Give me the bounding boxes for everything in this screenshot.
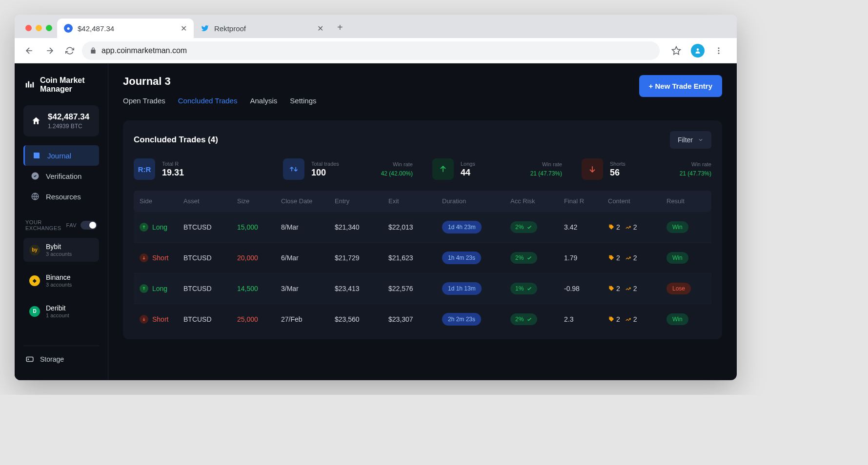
chart-icon: 2: [625, 223, 637, 231]
cell-asset: BTCUSD: [183, 254, 237, 262]
cell-close-date: 3/Mar: [281, 285, 335, 292]
browser-tab[interactable]: Rektproof ✕: [194, 19, 330, 38]
table-row[interactable]: Short BTCUSD 25,000 27/Feb $23,560 $23,3…: [134, 304, 711, 334]
tab-concluded-trades[interactable]: Concluded Trades: [178, 97, 238, 108]
exchange-binance[interactable]: ◆ Binance 3 accounts: [23, 269, 99, 292]
filter-button[interactable]: Filter: [670, 131, 711, 149]
cell-entry: $23,560: [335, 315, 388, 323]
stat-longs: Longs 44 Win rate 21 (47.73%): [432, 158, 562, 180]
cell-result: Lose: [666, 283, 706, 294]
cell-exit: $23,307: [388, 315, 442, 323]
brand-line2: Manager: [40, 85, 85, 94]
cell-close-date: 8/Mar: [281, 223, 335, 231]
cell-close-date: 6/Mar: [281, 254, 335, 262]
new-trade-entry-button[interactable]: + New Trade Entry: [639, 75, 722, 97]
exchanges-section-header: YOUR EXCHANGES FAV: [23, 219, 99, 231]
sidebar-item-resources[interactable]: Resources: [23, 186, 99, 207]
tab-open-trades[interactable]: Open Trades: [123, 97, 165, 108]
exchange-sub: 3 accounts: [46, 282, 72, 288]
cell-content: 2 2: [608, 285, 666, 292]
svg-rect-8: [33, 82, 34, 88]
balance-card[interactable]: $42,487.34 1.24939 BTC: [23, 105, 99, 136]
cell-duration: 1d 4h 23m: [442, 221, 510, 233]
kebab-menu-icon[interactable]: [711, 43, 726, 58]
exchange-name: Binance: [46, 273, 72, 281]
brand-line1: Coin Market: [40, 76, 85, 85]
tab-favicon-twitter: [201, 24, 209, 33]
tab-settings[interactable]: Settings: [290, 97, 316, 108]
forward-button[interactable]: [42, 43, 58, 58]
svg-point-12: [28, 359, 29, 360]
tag-icon: 2: [608, 285, 620, 292]
exchange-bybit[interactable]: by Bybit 3 accounts: [23, 238, 99, 262]
new-tab-button[interactable]: +: [330, 22, 350, 38]
cell-result: Win: [666, 313, 706, 325]
toolbar-right: [665, 43, 730, 58]
stat-total-r: R:R Total R 19.31: [134, 158, 263, 180]
browser-tab-active[interactable]: ● $42,487.34 ✕: [57, 19, 194, 38]
col-result: Result: [666, 197, 706, 205]
panel-title: Concluded Trades (4): [134, 135, 218, 145]
stat-label: Longs: [461, 161, 475, 167]
sidebar-nav: Journal Verification Resources: [23, 145, 99, 207]
home-icon: [31, 116, 41, 126]
svg-point-4: [718, 52, 720, 54]
reload-button[interactable]: [62, 43, 77, 58]
stat-value: 100: [311, 168, 339, 178]
sidebar: Coin Market Manager $42,487.34 1.24939 B…: [15, 63, 108, 380]
col-close-date: Close Date: [281, 197, 335, 205]
stat-shorts: Shorts 56 Win rate 21 (47.73%): [582, 158, 711, 180]
bookmark-star-icon[interactable]: [668, 43, 684, 58]
svg-marker-0: [672, 46, 681, 54]
cell-close-date: 27/Feb: [281, 315, 335, 323]
cell-final-r: -0.98: [564, 285, 608, 292]
maximize-window-button[interactable]: [46, 25, 52, 31]
table-row[interactable]: Long BTCUSD 15,000 8/Mar $21,340 $22,013…: [134, 212, 711, 242]
col-size: Size: [237, 197, 281, 205]
sidebar-item-verification[interactable]: Verification: [23, 166, 99, 186]
arrow-down-icon: [582, 158, 603, 180]
side-label: Short: [152, 254, 168, 262]
stat-total-trades: Total trades 100 Win rate 42 (42.00%): [283, 158, 413, 180]
tab-analysis[interactable]: Analysis: [250, 97, 277, 108]
cell-side: Long: [140, 284, 183, 293]
stat-value: 19.31: [162, 168, 184, 178]
cell-side: Short: [140, 253, 183, 262]
side-arrow-icon: [140, 315, 148, 324]
col-asset: Asset: [183, 197, 237, 205]
binance-icon: ◆: [29, 275, 40, 286]
chart-icon: 2: [625, 254, 637, 262]
main-content: Journal 3 Open Trades Concluded Trades A…: [108, 63, 737, 380]
profile-avatar[interactable]: [691, 44, 705, 58]
svg-point-2: [718, 47, 720, 49]
filter-label: Filter: [678, 136, 693, 144]
panel-header: Concluded Trades (4) Filter: [134, 131, 711, 149]
cell-asset: BTCUSD: [183, 315, 237, 323]
cell-asset: BTCUSD: [183, 223, 237, 231]
chart-icon: 2: [625, 285, 637, 292]
cell-size: 25,000: [237, 315, 281, 323]
close-tab-icon[interactable]: ✕: [181, 24, 187, 33]
stat-label: Shorts: [610, 161, 626, 167]
exchange-deribit[interactable]: D Deribit 1 account: [23, 299, 99, 323]
browser-tabs: ● $42,487.34 ✕ Rektproof ✕ +: [57, 19, 350, 38]
close-tab-icon[interactable]: ✕: [317, 24, 323, 33]
table-row[interactable]: Short BTCUSD 20,000 6/Mar $21,729 $21,62…: [134, 242, 711, 273]
cell-content: 2 2: [608, 315, 666, 323]
sidebar-item-journal[interactable]: Journal: [23, 145, 99, 166]
cell-size: 15,000: [237, 223, 281, 231]
cell-exit: $22,576: [388, 285, 442, 292]
close-window-button[interactable]: [25, 25, 32, 31]
stat-value: 44: [461, 168, 475, 178]
fav-toggle[interactable]: [81, 221, 97, 230]
back-button[interactable]: [21, 43, 37, 58]
col-entry: Entry: [335, 197, 388, 205]
tab-favicon: ●: [64, 24, 73, 33]
table-row[interactable]: Long BTCUSD 14,500 3/Mar $23,413 $22,576…: [134, 273, 711, 304]
stat-value: 56: [610, 168, 626, 178]
side-label: Long: [152, 285, 167, 292]
address-bar[interactable]: app.coinmarketman.com: [82, 41, 660, 60]
minimize-window-button[interactable]: [36, 25, 42, 31]
cell-final-r: 3.42: [564, 223, 608, 231]
sidebar-item-storage[interactable]: Storage: [23, 346, 99, 369]
